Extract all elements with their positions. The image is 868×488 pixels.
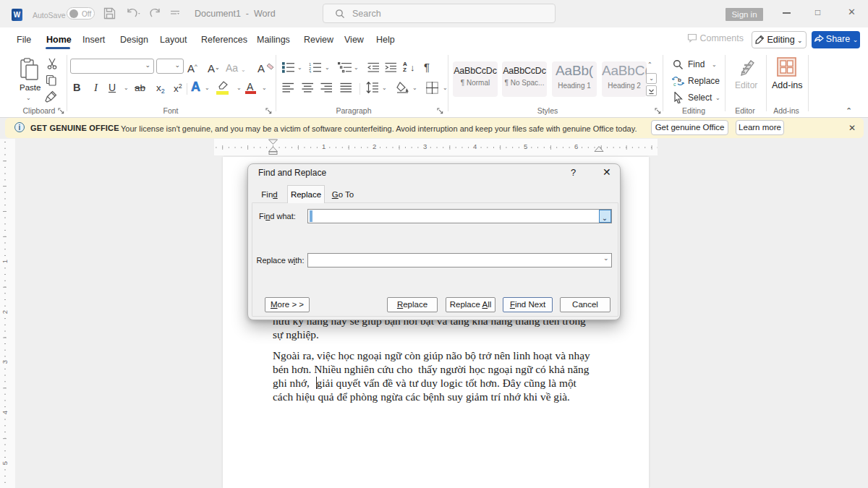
svg-text:c: c: [673, 82, 676, 87]
svg-text:b: b: [678, 77, 681, 83]
svg-text:3: 3: [309, 70, 311, 74]
